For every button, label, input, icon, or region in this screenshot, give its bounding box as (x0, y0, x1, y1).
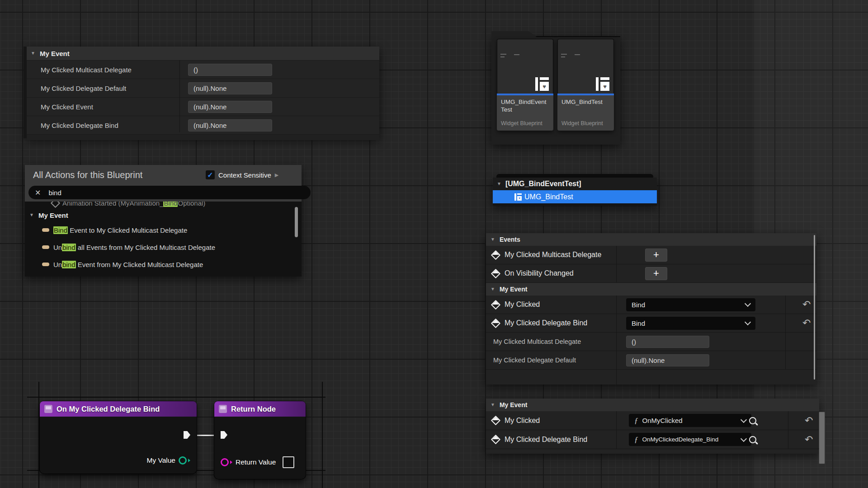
collapse-arrow-icon[interactable]: ▼ (491, 287, 495, 291)
add-event-button[interactable]: + (645, 267, 667, 280)
heart-icon: ♥ (519, 197, 520, 200)
function-entry-icon (44, 405, 52, 413)
column-splitter[interactable] (179, 60, 180, 132)
property-value-field[interactable]: (null).None (188, 101, 272, 113)
output-pin-row[interactable]: My Value (147, 456, 190, 465)
delegate-icon (42, 245, 49, 249)
asset-tile-umg-bindtest[interactable]: ♥ UMG_BindTest Widget Blueprint (557, 39, 614, 131)
column-splitter[interactable] (616, 411, 617, 430)
property-value-field[interactable]: () (188, 64, 272, 76)
property-value-field[interactable]: (null).None (626, 354, 709, 366)
action-item-bind-event[interactable]: Bind Event to My Clicked Multicast Deleg… (25, 221, 302, 239)
bound-function-dropdown[interactable]: ƒ OnMyClickedDelegate_Bind (629, 433, 751, 446)
bind-mode-dropdown[interactable]: Bind (626, 298, 755, 311)
column-splitter[interactable] (616, 296, 617, 314)
column-splitter[interactable] (616, 333, 617, 351)
panel-edge (24, 47, 27, 138)
expand-arrow-icon[interactable]: ▶ (275, 172, 278, 178)
property-value-field[interactable]: (null).None (188, 82, 272, 94)
property-value-field[interactable]: () (626, 336, 709, 348)
column-splitter (788, 430, 788, 449)
chevron-down-icon (745, 300, 751, 307)
reset-to-default-icon[interactable]: ↶ (802, 318, 811, 328)
my-value-pin[interactable] (179, 456, 187, 465)
property-value-field[interactable]: (null).None (188, 119, 272, 131)
asset-thumbnail[interactable]: ♥ (497, 39, 553, 94)
property-row: My Clicked Multicast Delegate () (27, 60, 379, 79)
node-header[interactable]: On My Clicked Delegate Bind (40, 401, 197, 417)
search-match-highlight: bind (62, 244, 75, 251)
column-splitter[interactable] (616, 264, 617, 282)
asset-thumbnail[interactable]: ♥ (557, 39, 614, 94)
clear-search-icon[interactable]: ✕ (35, 188, 41, 197)
scrollbar-thumb[interactable] (814, 235, 815, 380)
action-search-input[interactable] (47, 188, 275, 197)
return-value-checkbox[interactable] (283, 456, 294, 468)
column-splitter[interactable] (616, 246, 617, 264)
checkbox-checked-icon[interactable]: ✓ (206, 170, 215, 179)
asset-name: UMG_BindTest (561, 99, 610, 106)
add-event-button[interactable]: + (645, 249, 667, 262)
action-search-bar[interactable]: ✕ (28, 186, 311, 199)
property-label: My Clicked Delegate Bind (505, 436, 587, 444)
category-header-events[interactable]: ▼ Events (486, 233, 816, 246)
hierarchy-root-row[interactable]: ▼ [UMG_BindEventTest] (493, 178, 657, 190)
browse-to-function-icon[interactable] (749, 436, 756, 443)
node-on-my-clicked-delegate-bind[interactable]: On My Clicked Delegate Bind My Value (40, 401, 197, 474)
action-item-clipped[interactable]: Animation Started (MyAnimation_BindOptio… (25, 202, 302, 209)
node-return-node[interactable]: Return Node Return Value (214, 401, 306, 479)
column-splitter (785, 351, 786, 369)
node-header[interactable]: Return Node (214, 401, 306, 417)
pin-label: My Value (147, 456, 175, 465)
collapse-arrow-icon[interactable]: ▼ (29, 213, 34, 217)
pin-arrow (230, 460, 232, 464)
content-browser-panel: ♥ UMG_BindEventTest Widget Blueprint ♥ (491, 36, 620, 145)
browse-to-function-icon[interactable] (749, 417, 756, 424)
reset-to-default-icon[interactable]: ↶ (805, 435, 813, 445)
dispatcher-label: On Visibility Changed (505, 269, 574, 277)
heart-icon: ♥ (603, 83, 607, 90)
bound-function-dropdown[interactable]: ƒ OnMyClicked (629, 414, 751, 427)
column-splitter (785, 314, 786, 332)
scrollbar-thumb[interactable] (819, 412, 825, 464)
category-header-my-event[interactable]: ▼ My Event (486, 283, 816, 296)
category-header-my-event[interactable]: ▼ My Event (27, 47, 379, 60)
dropdown-value: OnMyClickedDelegate_Bind (642, 436, 742, 443)
column-splitter[interactable] (616, 314, 617, 332)
action-category-my-event[interactable]: ▼ My Event (25, 209, 302, 221)
column-splitter[interactable] (616, 351, 617, 369)
action-item-unbind-all[interactable]: Unbind all Events from My Clicked Multic… (25, 239, 302, 256)
category-header-my-event[interactable]: ▼ My Event (486, 399, 819, 411)
asset-name: UMG_BindEventTest (501, 99, 549, 114)
dropdown-value: Bind (632, 319, 645, 327)
property-row: My Clicked Event (null).None (27, 97, 379, 116)
action-item-unbind-event[interactable]: Unbind Event from My Clicked Multicast D… (25, 256, 302, 273)
event-dispatcher-icon (491, 268, 500, 278)
widget-hierarchy-panel: ▼ [UMG_BindEventTest] ♥ UMG_BindTest (493, 178, 657, 206)
category-label: My Event (40, 50, 70, 57)
reset-to-default-icon[interactable]: ↶ (802, 300, 811, 310)
exec-input-pin[interactable] (221, 431, 227, 439)
collapse-arrow-icon[interactable]: ▼ (491, 403, 495, 407)
hierarchy-selected-row[interactable]: ♥ UMG_BindTest (493, 190, 657, 203)
context-sensitive-toggle[interactable]: ✓ Context Sensitive ▶ (206, 170, 278, 179)
thumbnail-placeholder-text (500, 54, 506, 55)
collapse-arrow-icon[interactable]: ▼ (491, 237, 495, 242)
scrollbar-thumb[interactable] (295, 207, 298, 237)
exec-output-pin[interactable] (184, 431, 190, 439)
collapse-arrow-icon[interactable]: ▼ (31, 51, 35, 56)
panel-footer (27, 134, 379, 140)
return-value-pin[interactable] (221, 458, 229, 466)
event-dispatcher-row: My Clicked Multicast Delegate + (486, 246, 816, 264)
input-pin-row[interactable]: Return Value (221, 456, 294, 468)
property-label: My Clicked Multicast Delegate (41, 66, 132, 74)
asset-tile-umg-bindeventtest[interactable]: ♥ UMG_BindEventTest Widget Blueprint (497, 39, 553, 131)
action-category-label: My Event (38, 211, 68, 219)
property-label: My Clicked Multicast Delegate (493, 338, 581, 345)
column-splitter[interactable] (616, 430, 617, 449)
collapse-arrow-icon[interactable]: ▼ (497, 182, 501, 186)
panel-footer (493, 203, 657, 206)
reset-to-default-icon[interactable]: ↶ (805, 416, 813, 426)
column-splitter (788, 411, 788, 430)
bind-mode-dropdown[interactable]: Bind (626, 317, 755, 330)
